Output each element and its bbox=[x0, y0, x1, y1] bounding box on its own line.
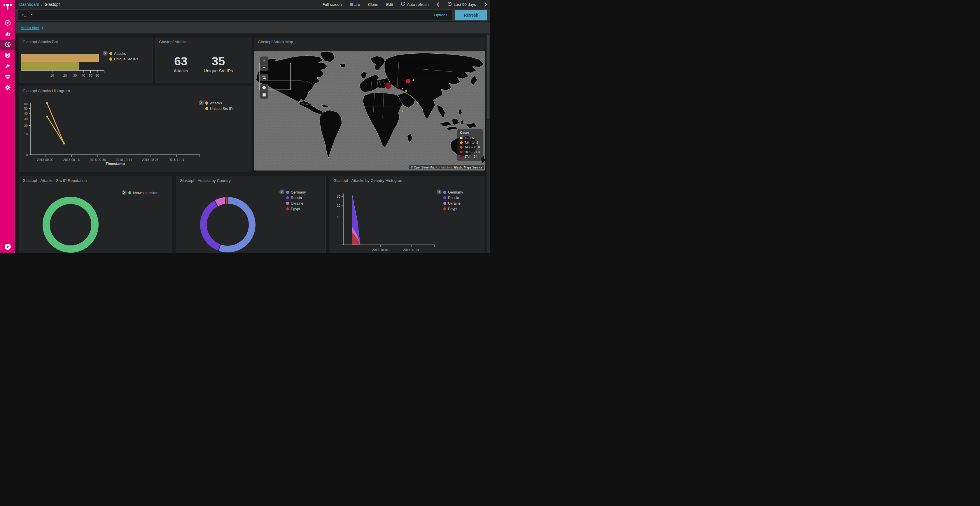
map-legend-item: 14.2 – 20.8 bbox=[460, 145, 480, 149]
gear-icon bbox=[5, 84, 11, 92]
map-draw-polygon-button[interactable] bbox=[260, 84, 268, 91]
legend-item[interactable]: Egypt bbox=[443, 206, 463, 212]
sidebar-item-visualize[interactable] bbox=[0, 29, 15, 40]
kibana-dashboard-app: Dashboard/Glastopf Full screen Share Clo… bbox=[0, 0, 490, 253]
svg-text:Timestamp: Timestamp bbox=[106, 162, 125, 166]
panel-attacks-by-country-histogram: Glastopf - Attacks by Country Histogram … bbox=[329, 176, 485, 253]
world-map[interactable]: + − Count 1 – 7.67.6 – 14.214.2 – 20.820… bbox=[255, 51, 485, 171]
query-options-link[interactable]: Options bbox=[434, 13, 447, 17]
edit-button[interactable]: Edit bbox=[386, 2, 393, 7]
legend-toggle-icon[interactable] bbox=[122, 190, 127, 196]
metric-unique-src-ips: 35 Unique Src IPs bbox=[204, 56, 233, 73]
panel-attacks-metric: Glastopf Attacks 63 Attacks 35 Unique Sr… bbox=[155, 37, 251, 82]
sidebar-item-monitoring[interactable] bbox=[0, 72, 15, 83]
map-zoom-out-button[interactable]: − bbox=[260, 64, 268, 71]
map-count-legend: Count 1 – 7.67.6 – 14.214.2 – 20.820.8 –… bbox=[457, 129, 483, 161]
compass-icon bbox=[5, 19, 11, 27]
country-area-chart: 01020302018-10-012018-11-01Timestamp bbox=[330, 176, 485, 253]
svg-text:10: 10 bbox=[337, 215, 340, 219]
chart-legend: AttacksUnique Src IPs bbox=[199, 100, 234, 111]
legend-item[interactable]: Egypt bbox=[286, 206, 305, 212]
time-forward-button[interactable] bbox=[484, 2, 487, 7]
svg-text:30: 30 bbox=[73, 74, 77, 77]
chart-legend: known attacker bbox=[122, 190, 158, 196]
map-fit-control bbox=[260, 74, 268, 81]
svg-text:20: 20 bbox=[63, 74, 67, 77]
sidebar-item-management[interactable] bbox=[0, 83, 15, 94]
svg-text:50: 50 bbox=[89, 74, 92, 77]
auto-refresh-button[interactable]: Auto-refresh bbox=[401, 2, 428, 7]
panel-attacks-bar: Glastopf Attacks Bar 102030405060 Attack… bbox=[19, 37, 153, 82]
time-range-picker[interactable]: Last 90 days bbox=[447, 2, 476, 7]
panel-title: Glastopf Attacks bbox=[159, 40, 188, 44]
legend-item[interactable]: Unique Src IPs bbox=[110, 56, 138, 62]
sidebar-item-dashboard[interactable] bbox=[0, 40, 15, 51]
legend-item[interactable]: Germany bbox=[443, 189, 463, 195]
ems-link[interactable]: Elastic Maps Service bbox=[454, 165, 482, 169]
sidebar-item-dev-tools[interactable] bbox=[0, 61, 15, 72]
full-screen-button[interactable]: Full screen bbox=[323, 2, 342, 7]
map-draw-rectangle-button[interactable] bbox=[260, 91, 268, 98]
sidebar-item-discover[interactable] bbox=[0, 18, 15, 29]
legend-item[interactable]: Russia bbox=[286, 195, 305, 200]
legend-toggle-icon[interactable] bbox=[103, 51, 108, 57]
svg-text:0: 0 bbox=[339, 243, 340, 247]
search-input[interactable]: >_ * Options bbox=[18, 10, 452, 21]
legend-toggle-icon[interactable] bbox=[437, 189, 442, 195]
panel-title: Glastopf Attack Map bbox=[258, 40, 293, 44]
legend-item[interactable]: Attacks bbox=[205, 100, 234, 106]
vertical-scrollbar[interactable] bbox=[487, 34, 490, 253]
panel-attacks-histogram: Glastopf Attacks Histogram 0102030405060… bbox=[19, 86, 251, 172]
scrollbar-thumb[interactable] bbox=[487, 35, 489, 119]
legend-item[interactable]: Ukraine bbox=[443, 200, 463, 206]
legend-item[interactable]: Attacks bbox=[110, 51, 138, 56]
svg-text:30: 30 bbox=[24, 117, 28, 121]
chart-legend: AttacksUnique Src IPs bbox=[103, 51, 138, 62]
clone-button[interactable]: Clone bbox=[368, 2, 378, 7]
sidebar bbox=[0, 0, 15, 253]
legend-item[interactable]: Russia bbox=[443, 195, 463, 200]
map-zoom-controls: + − bbox=[260, 57, 268, 71]
svg-text:10: 10 bbox=[51, 74, 54, 77]
query-bar: >_ * Options Refresh bbox=[15, 9, 490, 22]
refresh-button[interactable]: Refresh bbox=[455, 10, 487, 21]
gauge-icon bbox=[5, 41, 11, 49]
svg-text:10: 10 bbox=[24, 132, 28, 136]
share-button[interactable]: Share bbox=[350, 2, 360, 7]
svg-text:40: 40 bbox=[24, 112, 28, 115]
map-legend-item: 1 – 7.6 bbox=[460, 136, 480, 140]
map-canvas bbox=[255, 51, 485, 171]
attacks-line-chart: 01020304050602018-09-022018-09-162018-09… bbox=[19, 86, 252, 173]
breadcrumb-dashboard-link[interactable]: Dashboard bbox=[19, 2, 40, 7]
svg-text:60: 60 bbox=[24, 102, 28, 106]
t-mobile-logo bbox=[0, 0, 15, 18]
svg-text:50: 50 bbox=[24, 107, 28, 110]
legend-item[interactable]: Ukraine bbox=[286, 200, 305, 206]
map-zoom-in-button[interactable]: + bbox=[260, 57, 268, 64]
reputation-donut-chart bbox=[19, 176, 172, 253]
svg-text:30: 30 bbox=[337, 195, 340, 198]
metric-values: 63 Attacks 35 Unique Src IPs bbox=[156, 56, 251, 73]
top-menu: Full screen Share Clone Edit Auto-refres… bbox=[323, 2, 487, 7]
svg-text:2018-10-14: 2018-10-14 bbox=[116, 158, 132, 162]
legend-item[interactable]: known attacker bbox=[128, 190, 158, 195]
add-filter-button[interactable]: Add a filter+ bbox=[18, 24, 46, 32]
main-area: Dashboard/Glastopf Full screen Share Clo… bbox=[15, 0, 490, 253]
dashboard-grid: Glastopf Attacks Bar 102030405060 Attack… bbox=[15, 34, 490, 253]
sidebar-item-timelion[interactable] bbox=[0, 51, 15, 61]
country-donut-chart bbox=[176, 176, 326, 253]
osm-link[interactable]: © OpenStreetMap bbox=[410, 165, 436, 169]
heartbeat-icon bbox=[5, 73, 11, 81]
time-back-button[interactable] bbox=[436, 2, 439, 7]
sidebar-collapse-button[interactable] bbox=[0, 243, 15, 251]
legend-item[interactable]: Germany bbox=[286, 189, 305, 195]
svg-text:2018-09-02: 2018-09-02 bbox=[37, 158, 53, 162]
svg-text:2018-11-11: 2018-11-11 bbox=[169, 158, 185, 162]
legend-item[interactable]: Unique Src IPs bbox=[205, 106, 234, 111]
map-legend-item: 27.4 – 34 bbox=[460, 154, 480, 159]
legend-toggle-icon[interactable] bbox=[279, 189, 285, 195]
query-value: * bbox=[31, 13, 434, 17]
map-fit-bounds-button[interactable] bbox=[260, 74, 268, 81]
svg-text:2018-10-01: 2018-10-01 bbox=[372, 248, 388, 252]
legend-toggle-icon[interactable] bbox=[199, 100, 204, 106]
